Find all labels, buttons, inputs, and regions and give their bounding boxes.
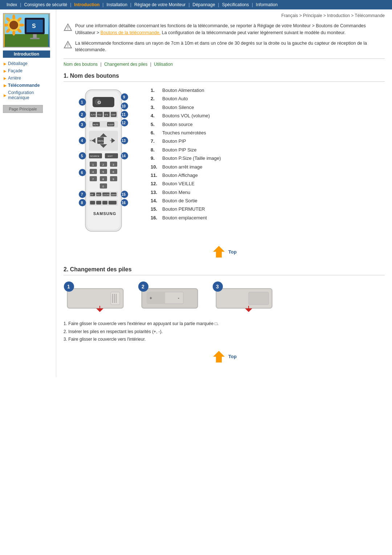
arrow-icon: ▶ bbox=[4, 93, 7, 97]
button-item-3: 3. Bouton Silence bbox=[151, 103, 385, 112]
svg-text:12: 12 bbox=[122, 121, 126, 125]
info-box-2: ! La télécommande fonctionne dans un ray… bbox=[64, 40, 385, 54]
svg-text:3: 3 bbox=[216, 284, 219, 289]
battery-step-2: 2. Insérer les piles en respectant les p… bbox=[64, 328, 385, 336]
svg-text:1: 1 bbox=[67, 284, 70, 289]
info-text-2: La télécommande fonctionne dans un rayon… bbox=[75, 40, 385, 54]
button-item-1: 1. Bouton Alimentation bbox=[151, 86, 385, 94]
svg-text:SWAP: SWAP bbox=[111, 194, 117, 196]
sidebar-link-facade[interactable]: ▶ Façade bbox=[3, 67, 56, 74]
sidebar-link-configuration[interactable]: ▶ Configuration mécanique bbox=[3, 89, 56, 101]
arrow-icon: ▶ bbox=[4, 69, 7, 73]
svg-text:16: 16 bbox=[122, 201, 126, 205]
svg-point-3 bbox=[12, 15, 15, 20]
svg-text:SAMSUNG: SAMSUNG bbox=[93, 211, 116, 216]
nav-item-installation[interactable]: Installation bbox=[104, 2, 129, 7]
button-item-14: 14. Bouton de Sortie bbox=[151, 197, 385, 205]
svg-text:9: 9 bbox=[123, 95, 125, 99]
svg-text:2: 2 bbox=[102, 163, 104, 166]
button-list: 1. Bouton Alimentation 2. Bouton Auto 3.… bbox=[151, 86, 385, 222]
svg-text:1: 1 bbox=[92, 163, 94, 166]
svg-text:15: 15 bbox=[122, 193, 126, 197]
info-text-1: Pour une information détaillée concernan… bbox=[75, 23, 385, 36]
top-label-2: Top bbox=[228, 354, 237, 359]
arrow-icon: ▶ bbox=[4, 84, 7, 88]
svg-rect-125 bbox=[111, 292, 120, 305]
svg-text:PIP: PIP bbox=[90, 194, 94, 196]
nav-item-consignes[interactable]: Consignes de sécurité bbox=[22, 2, 69, 7]
section1-heading: 1. Nom des boutons bbox=[64, 73, 385, 82]
nav-item-index[interactable]: Index bbox=[4, 2, 19, 7]
button-item-4: 4. Boutons VOL (volume) bbox=[151, 112, 385, 120]
button-item-15: 15. Bouton PERMUTER bbox=[151, 205, 385, 213]
section2-heading: 2. Changement des piles bbox=[64, 266, 385, 275]
link-telecommande[interactable]: Boutons de la télécommande. bbox=[101, 30, 160, 35]
main-wrapper: S Introduction ▶ Déballage ▶ Façade ▶ Ar… bbox=[0, 9, 392, 377]
svg-text:7: 7 bbox=[81, 193, 83, 197]
svg-rect-145 bbox=[249, 292, 269, 305]
svg-rect-16 bbox=[30, 38, 40, 39]
svg-text:!: ! bbox=[67, 25, 69, 31]
breadcrumb: Français > Principale > Introduction > T… bbox=[64, 13, 385, 18]
svg-text:DISP: DISP bbox=[111, 114, 116, 116]
sidebar: S Introduction ▶ Déballage ▶ Façade ▶ Ar… bbox=[0, 9, 56, 377]
svg-text:AUTO: AUTO bbox=[91, 114, 96, 116]
nav-item-depannage[interactable]: Dépannage bbox=[191, 2, 217, 7]
battery-item-1: 1 bbox=[64, 281, 127, 314]
button-item-11: 11. Bouton Affichage bbox=[151, 171, 385, 179]
nav-item-specifications[interactable]: Spécifications bbox=[220, 2, 251, 7]
sidebar-link-arriere[interactable]: ▶ Arrière bbox=[3, 74, 56, 82]
button-item-16: 16. Bouton emplacement bbox=[151, 214, 385, 222]
nav-item-introduction[interactable]: Introduction bbox=[72, 2, 102, 7]
svg-point-11 bbox=[9, 21, 18, 29]
svg-text:NO.B: NO.B bbox=[110, 139, 115, 142]
svg-marker-129 bbox=[96, 308, 103, 312]
svg-text:REC: REC bbox=[97, 194, 101, 196]
svg-text:⏻: ⏻ bbox=[97, 100, 101, 104]
svg-text:MENU: MENU bbox=[98, 140, 105, 142]
svg-text:6: 6 bbox=[113, 170, 114, 174]
svg-rect-85 bbox=[102, 201, 107, 204]
svg-text:11: 11 bbox=[122, 113, 126, 117]
svg-marker-143 bbox=[245, 308, 252, 312]
svg-text:9: 9 bbox=[113, 178, 114, 181]
battery-num-2: 2 bbox=[136, 279, 154, 297]
arrow-icon: ▶ bbox=[4, 76, 7, 80]
top-link-1[interactable]: Top bbox=[212, 244, 237, 259]
sidebar-link-deballage[interactable]: ▶ Déballage bbox=[3, 60, 56, 67]
svg-text:VOL: VOL bbox=[90, 139, 93, 142]
top-button-2[interactable]: Top bbox=[64, 349, 385, 364]
page-principale-button[interactable]: Page Principale bbox=[3, 105, 43, 113]
sidebar-link-telecommande[interactable]: ▶ Télécommande bbox=[3, 82, 56, 89]
svg-text:!: ! bbox=[67, 42, 69, 48]
nav-item-reglage[interactable]: Réglage de votre Moniteur bbox=[132, 2, 188, 7]
sidebar-image: S bbox=[3, 13, 50, 48]
svg-text:3: 3 bbox=[113, 163, 114, 166]
svg-text:13: 13 bbox=[122, 139, 126, 143]
battery-step-1: 1. Faire glisser le couvercle vers l'ext… bbox=[64, 320, 385, 328]
button-item-10: 10. Bouton arrêt image bbox=[151, 163, 385, 171]
top-navigation: Index | Consignes de sécurité | Introduc… bbox=[0, 0, 392, 9]
top-link-2[interactable]: Top bbox=[212, 349, 237, 364]
battery-section: 2. Changement des piles 1 bbox=[64, 266, 385, 364]
svg-text:8: 8 bbox=[102, 178, 104, 181]
sub-nav-changement-piles[interactable]: Changement des piles bbox=[104, 62, 147, 67]
svg-text:P.SZ: P.SZ bbox=[98, 114, 101, 116]
content-area: Français > Principale > Introduction > T… bbox=[56, 9, 392, 377]
battery-item-3: 3 bbox=[212, 281, 276, 314]
sub-nav-utilisation[interactable]: Utilisation bbox=[154, 62, 173, 67]
svg-text:8: 8 bbox=[81, 201, 83, 205]
arrow-icon: ▶ bbox=[4, 62, 7, 66]
button-item-8: 8. Bouton PIP Size bbox=[151, 146, 385, 154]
button-item-6: 6. Touches numérotées bbox=[151, 129, 385, 137]
svg-text:SOURCE: SOURCE bbox=[90, 155, 99, 157]
svg-text:4: 4 bbox=[92, 170, 94, 174]
svg-text:2: 2 bbox=[142, 284, 144, 289]
battery-num-1: 1 bbox=[62, 279, 80, 297]
nav-item-information[interactable]: Information bbox=[254, 2, 280, 7]
top-button-1[interactable]: Top bbox=[64, 244, 385, 259]
top-arrow-icon-2 bbox=[212, 349, 226, 364]
sub-nav-nom-boutons[interactable]: Nom des boutons bbox=[64, 62, 98, 67]
battery-step-3: 3. Faire glisser le couvercle vers l'int… bbox=[64, 336, 385, 344]
info-box-1: ! Pour une information détaillée concern… bbox=[64, 23, 385, 36]
